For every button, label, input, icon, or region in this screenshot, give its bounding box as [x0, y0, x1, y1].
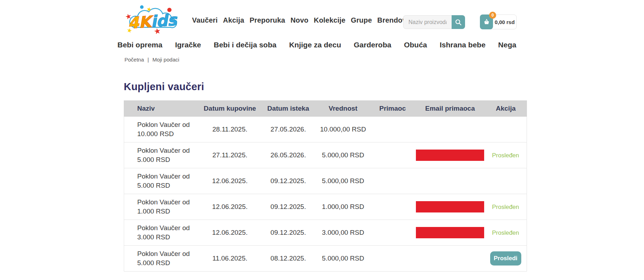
- status-forwarded-label: Prosleđen: [492, 204, 519, 210]
- voucher-name-line2: 5.000 RSD: [137, 155, 198, 164]
- cell-purchase-date: 27.11.2025.: [200, 151, 260, 159]
- status-forwarded-label: Prosleđen: [492, 229, 519, 236]
- cell-expiry-date: 09.12.2025.: [260, 229, 317, 237]
- cell-recipient-email: [416, 201, 485, 212]
- cell-action: Prosleđen: [485, 229, 527, 237]
- cell-value: 5.000,00 RSD: [317, 255, 370, 262]
- cart-count-badge: 0: [489, 12, 496, 19]
- cell-expiry-date: 09.12.2025.: [260, 203, 317, 211]
- category-knjige-za-decu[interactable]: Knjige za decu: [289, 40, 341, 49]
- voucher-name-line2: 5.000 RSD: [137, 181, 198, 190]
- category-igracke[interactable]: Igračke: [175, 40, 201, 49]
- cell-expiry-date: 27.05.2026.: [260, 126, 317, 133]
- category-nav: Bebi oprema Igračke Bebi i dečija soba K…: [117, 40, 516, 49]
- category-nega[interactable]: Nega: [498, 40, 516, 49]
- voucher-name-line1: Poklon Vaučer od: [137, 249, 198, 258]
- cell-recipient-email: [416, 227, 485, 238]
- cart-icon: [483, 18, 490, 25]
- voucher-name-line1: Poklon Vaučer od: [137, 223, 198, 233]
- cell-recipient-email: [416, 150, 485, 161]
- column-header-naziv: Naziv: [124, 105, 200, 112]
- cell-voucher-name: Poklon Vaučer od 5.000 RSD: [124, 246, 200, 271]
- svg-text:★: ★: [126, 27, 133, 34]
- column-header-vrednost: Vrednost: [317, 105, 370, 112]
- svg-text:4Kids: 4Kids: [127, 11, 178, 32]
- category-bebi-oprema[interactable]: Bebi oprema: [117, 40, 162, 49]
- breadcrumb-home[interactable]: Početna: [124, 57, 144, 63]
- cell-voucher-name: Poklon Vaučer od 5.000 RSD: [124, 142, 200, 168]
- nav-item-vauceri[interactable]: Vaučeri: [192, 16, 218, 25]
- table-header: Naziv Datum kupovine Datum isteka Vredno…: [124, 100, 527, 117]
- nav-item-kolekcije[interactable]: Kolekcije: [314, 16, 346, 25]
- cell-action: Prosleđen: [485, 151, 527, 159]
- voucher-name-line2: 3.000 RSD: [137, 233, 198, 242]
- nav-item-novo[interactable]: Novo: [290, 16, 308, 25]
- cell-action: Prosledi: [485, 251, 527, 266]
- email-redaction-box: [416, 227, 484, 238]
- cell-value: 5.000,00 RSD: [317, 177, 370, 185]
- search-input[interactable]: [403, 15, 452, 29]
- voucher-name-line2: 5.000 RSD: [137, 258, 198, 268]
- nav-item-preporuka[interactable]: Preporuka: [250, 16, 285, 25]
- cell-value: 5.000,00 RSD: [317, 151, 370, 159]
- table-row: Poklon Vaučer od 5.000 RSD 11.06.2025. 0…: [124, 246, 527, 271]
- voucher-name-line1: Poklon Vaučer od: [137, 172, 198, 181]
- cell-voucher-name: Poklon Vaučer od 1.000 RSD: [124, 194, 200, 220]
- voucher-table-body: Poklon Vaučer od 10.000 RSD 28.11.2025. …: [124, 117, 527, 272]
- voucher-name-line2: 1.000 RSD: [137, 207, 198, 216]
- page-title: Kupljeni vaučeri: [124, 81, 204, 93]
- table-row: Poklon Vaučer od 3.000 RSD 12.06.2025. 0…: [124, 220, 527, 246]
- 4kids-cloud-logo-icon: 4Kids ★ ★ ★ ★: [124, 4, 181, 34]
- search-icon: [455, 19, 462, 26]
- cell-voucher-name: Poklon Vaučer od 3.000 RSD: [124, 220, 200, 245]
- table-row: Poklon Vaučer od 5.000 RSD 12.06.2025. 0…: [124, 168, 527, 194]
- status-forwarded-label: Prosleđen: [492, 152, 519, 159]
- category-garderoba[interactable]: Garderoba: [354, 40, 391, 49]
- cell-voucher-name: Poklon Vaučer od 10.000 RSD: [124, 117, 200, 142]
- cell-expiry-date: 09.12.2025.: [260, 177, 317, 185]
- vouchers-table: Naziv Datum kupovine Datum isteka Vredno…: [124, 100, 527, 272]
- category-obuca[interactable]: Obuća: [404, 40, 427, 49]
- column-header-email-primaoca: Email primaoca: [416, 105, 485, 112]
- category-ishrana-bebe[interactable]: Ishrana bebe: [440, 40, 486, 49]
- svg-text:★: ★: [124, 12, 133, 21]
- cart-button[interactable]: 0 0,00 rsd: [480, 14, 517, 29]
- cell-purchase-date: 12.06.2025.: [200, 203, 260, 211]
- column-header-akcija: Akcija: [485, 105, 527, 112]
- search-button[interactable]: [452, 15, 465, 29]
- cell-action: Prosleđen: [485, 203, 527, 211]
- cell-purchase-date: 12.06.2025.: [200, 177, 260, 185]
- voucher-name-line1: Poklon Vaučer od: [137, 146, 198, 155]
- search-box: [403, 15, 465, 29]
- page: 4Kids ★ ★ ★ ★ Vaučeri Akcija Preporuka N…: [0, 0, 644, 280]
- voucher-name-line1: Poklon Vaučer od: [137, 120, 198, 129]
- cell-purchase-date: 28.11.2025.: [200, 126, 260, 133]
- voucher-name-line2: 10.000 RSD: [137, 129, 198, 139]
- column-header-datum-isteka: Datum isteka: [260, 105, 317, 112]
- nav-item-akcija[interactable]: Akcija: [223, 16, 244, 25]
- breadcrumb-separator: |: [147, 57, 149, 63]
- column-header-primaoc: Primaoc: [370, 105, 416, 112]
- breadcrumb: Početna | Moji podaci: [124, 57, 179, 63]
- cell-expiry-date: 26.05.2026.: [260, 151, 317, 159]
- site-logo[interactable]: 4Kids ★ ★ ★ ★: [124, 4, 181, 34]
- cell-expiry-date: 08.12.2025.: [260, 255, 317, 262]
- table-row: Poklon Vaučer od 10.000 RSD 28.11.2025. …: [124, 117, 527, 142]
- main-nav: Vaučeri Akcija Preporuka Novo Kolekcije …: [192, 16, 408, 25]
- cell-voucher-name: Poklon Vaučer od 5.000 RSD: [124, 168, 200, 194]
- forward-voucher-button[interactable]: Prosledi: [490, 251, 521, 266]
- email-redaction-box: [416, 150, 484, 161]
- breadcrumb-current: Moji podaci: [152, 57, 179, 63]
- table-row: Poklon Vaučer od 1.000 RSD 12.06.2025. 0…: [124, 194, 527, 220]
- nav-item-grupe[interactable]: Grupe: [351, 16, 372, 25]
- cell-purchase-date: 11.06.2025.: [200, 255, 260, 262]
- voucher-name-line1: Poklon Vaučer od: [137, 198, 198, 207]
- email-redaction-box: [416, 201, 484, 212]
- column-header-datum-kupovine: Datum kupovine: [200, 105, 260, 112]
- table-row: Poklon Vaučer od 5.000 RSD 27.11.2025. 2…: [124, 142, 527, 168]
- cell-value: 10.000,00 RSD: [317, 126, 370, 133]
- cell-value: 1.000,00 RSD: [317, 203, 370, 211]
- category-bebi-decija-soba[interactable]: Bebi i dečija soba: [214, 40, 276, 49]
- cell-purchase-date: 12.06.2025.: [200, 229, 260, 237]
- cart-icon-box: 0: [480, 14, 493, 29]
